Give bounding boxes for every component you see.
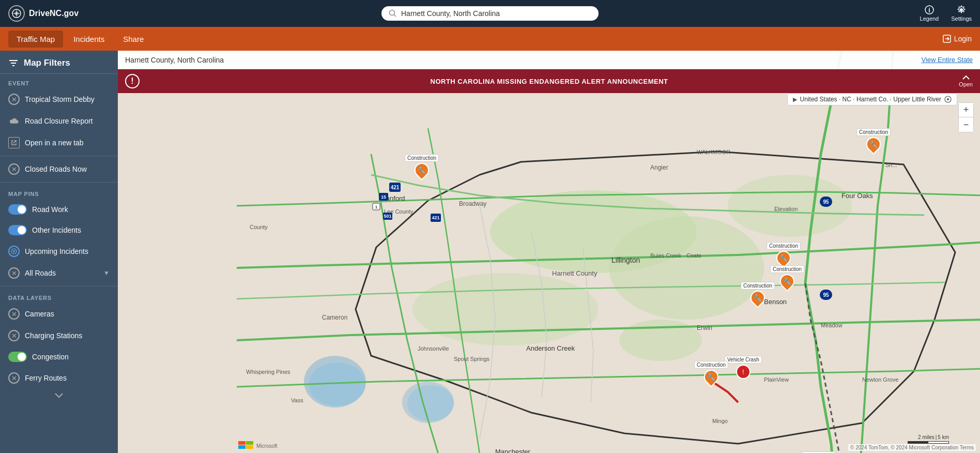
search-input[interactable]: [401, 9, 587, 18]
construction-marker-5[interactable]: Construction 🔧: [741, 282, 775, 305]
ext-link-icon: [8, 137, 20, 148]
sidebar-item-ferry-routes[interactable]: ✕ Ferry Routes: [0, 367, 118, 389]
svg-text:Newton Grove: Newton Grove: [862, 376, 898, 383]
other-incidents-label: Other Incidents: [32, 226, 81, 234]
map-copyright: © 2024 TomTom, © 2024 Microsoft Corporat…: [848, 444, 976, 451]
sidebar-item-road-closure[interactable]: Road Closure Report: [0, 110, 118, 132]
svg-text:Whispering Pines: Whispering Pines: [246, 369, 290, 375]
breadcrumb: ▶ United States · NC · Harnett Co. · Upp…: [787, 93, 957, 105]
settings-label: Settings: [951, 16, 972, 22]
tropical-storm-toggle[interactable]: ✕: [8, 94, 20, 105]
congestion-label: Congestion: [32, 353, 69, 361]
map-area: Harnett County, North Carolina View Enti…: [118, 51, 980, 453]
charging-stations-label: Charging Stations: [25, 331, 82, 340]
other-incidents-toggle[interactable]: [8, 225, 27, 235]
svg-text:Buies Creek: Buies Creek: [650, 252, 681, 259]
sidebar-item-cameras[interactable]: ✕ Cameras: [0, 303, 118, 325]
map-location-label: Harnett County, North Carolina: [125, 56, 224, 64]
tropical-storm-label: Tropical Storm Debby: [25, 95, 95, 103]
svg-point-71: [947, 98, 949, 100]
logo-icon: [8, 5, 25, 22]
sidebar-item-closed-roads[interactable]: ✕ Closed Roads Now: [0, 158, 118, 180]
view-entire-state-link[interactable]: View Entire State: [922, 56, 973, 64]
sidebar-item-open-new-tab[interactable]: Open in a new tab: [0, 132, 118, 154]
zoom-out-button[interactable]: −: [959, 117, 973, 132]
settings-button[interactable]: Settings: [951, 5, 972, 22]
main-content: Map Filters EVENT ✕ Tropical Storm Debby…: [0, 51, 980, 453]
section-label-event: EVENT: [0, 74, 118, 88]
sidebar-item-road-work[interactable]: Road Work: [0, 199, 118, 220]
construction-marker-2[interactable]: Construction 🔧: [856, 128, 891, 152]
sidebar-item-congestion[interactable]: Congestion: [0, 346, 118, 367]
svg-text:421: 421: [391, 185, 400, 190]
svg-text:Harnett County: Harnett County: [552, 269, 598, 277]
breadcrumb-text: United States · NC · Harnett Co. · Upper…: [800, 96, 941, 103]
svg-text:Coats: Coats: [686, 252, 701, 259]
svg-text:Erwin: Erwin: [697, 324, 712, 331]
construction-marker-6[interactable]: Construction 🔧: [694, 361, 728, 384]
alert-open-button[interactable]: Open: [959, 76, 973, 87]
scale-miles: 2 miles: [918, 434, 935, 440]
sidebar-item-upcoming-incidents[interactable]: Upcoming Incidents: [0, 240, 118, 262]
svg-point-23: [407, 385, 454, 421]
tab-incidents[interactable]: Incidents: [65, 31, 113, 48]
tab-share[interactable]: Share: [115, 31, 152, 48]
map-canvas[interactable]: Sanford Lee County Broadway Lillington H…: [118, 51, 980, 453]
nav-right-icons: i Legend Settings: [920, 5, 972, 22]
search-bar: [381, 6, 599, 21]
svg-text:Four Oaks: Four Oaks: [841, 192, 873, 200]
closed-roads-toggle[interactable]: ✕: [8, 163, 20, 175]
login-button[interactable]: Login: [943, 35, 972, 43]
road-work-label: Road Work: [32, 205, 68, 214]
congestion-toggle[interactable]: [8, 352, 27, 362]
svg-text:Microsoft: Microsoft: [256, 443, 278, 449]
sidebar-item-charging-stations[interactable]: ✕ Charging Stations: [0, 325, 118, 346]
upcoming-incidents-label: Upcoming Incidents: [25, 247, 88, 255]
road-work-toggle[interactable]: [8, 204, 27, 215]
construction-marker-4[interactable]: Construction 🔧: [770, 265, 804, 289]
svg-text:Cameron: Cameron: [322, 314, 347, 321]
svg-text:Manchester: Manchester: [495, 448, 531, 453]
legend-label: Legend: [920, 16, 939, 22]
sidebar-item-tropical-storm[interactable]: ✕ Tropical Storm Debby: [0, 88, 118, 110]
construction-marker-3[interactable]: Construction 🔧: [767, 242, 801, 265]
svg-text:Angier: Angier: [650, 164, 668, 171]
svg-text:421: 421: [432, 215, 439, 220]
svg-text:Meadow: Meadow: [821, 322, 843, 328]
cameras-toggle[interactable]: ✕: [8, 308, 20, 320]
sidebar-header: Map Filters: [0, 51, 118, 74]
filter-icon: [8, 58, 19, 68]
svg-text:Sn...: Sn...: [885, 162, 897, 168]
svg-text:1: 1: [375, 205, 378, 209]
svg-text:Vass: Vass: [291, 397, 303, 403]
legend-button[interactable]: i Legend: [920, 5, 939, 22]
all-roads-label: All Roads: [25, 269, 56, 277]
sidebar-item-other-incidents[interactable]: Other Incidents: [0, 220, 118, 240]
zoom-in-button[interactable]: +: [959, 103, 973, 117]
crash-marker[interactable]: Vehicle Crash !: [725, 356, 762, 379]
all-roads-chevron: ▼: [103, 269, 110, 277]
svg-point-17: [412, 273, 599, 345]
sidebar-scroll-down[interactable]: [0, 389, 118, 402]
svg-text:501: 501: [384, 214, 391, 219]
ferry-routes-toggle[interactable]: ✕: [8, 372, 20, 384]
tab-traffic-map[interactable]: Traffic Map: [8, 31, 63, 48]
construction-marker-1[interactable]: Construction 🔧: [405, 154, 439, 177]
upcoming-incidents-toggle[interactable]: [8, 246, 20, 257]
logo-text: DriveNC.gov: [29, 9, 79, 18]
search-icon: [389, 9, 397, 18]
charging-stations-toggle[interactable]: ✕: [8, 330, 20, 341]
svg-text:15: 15: [381, 194, 386, 200]
sidebar-item-all-roads[interactable]: ✕ All Roads ▼: [0, 262, 118, 284]
svg-text:County: County: [250, 224, 268, 230]
all-roads-toggle[interactable]: ✕: [8, 267, 20, 279]
section-label-data-layers: DATA LAYERS: [0, 289, 118, 303]
svg-text:Broadway: Broadway: [459, 200, 486, 207]
secondary-navigation: Traffic Map Incidents Share Login: [0, 27, 980, 51]
location-icon: [944, 96, 952, 103]
svg-text:95: 95: [823, 292, 829, 298]
open-new-tab-label: Open in a new tab: [25, 139, 84, 147]
closed-roads-label: Closed Roads Now: [25, 165, 87, 173]
svg-rect-66: [246, 441, 253, 445]
svg-rect-68: [246, 445, 253, 449]
